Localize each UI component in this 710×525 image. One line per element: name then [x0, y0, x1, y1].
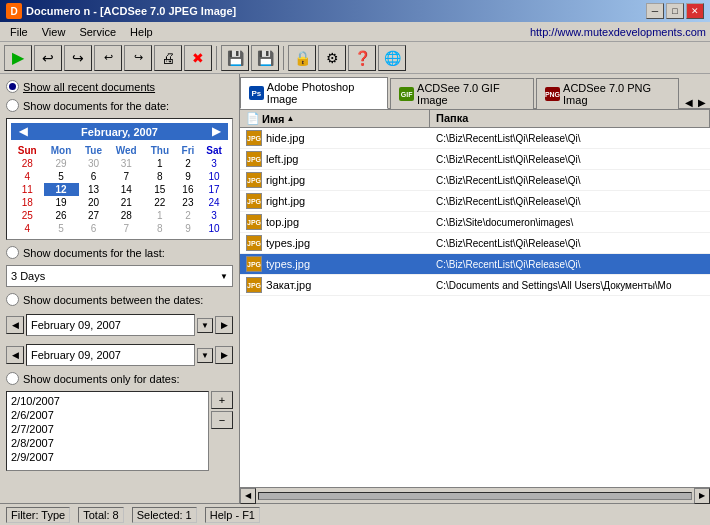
date-list-item[interactable]: 2/9/2007 — [9, 450, 206, 464]
menu-service[interactable]: Service — [73, 24, 122, 40]
menu-help[interactable]: Help — [124, 24, 159, 40]
last-days-dropdown[interactable]: 3 Days ▼ — [6, 265, 233, 287]
col-header-folder[interactable]: Папка — [430, 110, 710, 127]
calendar-day[interactable]: 1 — [144, 209, 176, 222]
calendar-day[interactable]: 6 — [79, 170, 109, 183]
table-row[interactable]: JPGtypes.jpgC:\Biz\RecentList\Qi\Release… — [240, 233, 710, 254]
table-row[interactable]: JPGhide.jpgC:\Biz\RecentList\Qi\Release\… — [240, 128, 710, 149]
save-as-button[interactable]: 💾 — [251, 45, 279, 71]
stop-button[interactable]: ✖ — [184, 45, 212, 71]
web-button[interactable]: 🌐 — [378, 45, 406, 71]
calendar-day[interactable]: 11 — [11, 183, 44, 196]
calendar-day[interactable]: 24 — [200, 196, 228, 209]
table-row[interactable]: JPGright.jpgC:\Biz\RecentList\Qi\Release… — [240, 191, 710, 212]
horizontal-scrollbar[interactable]: ◀ ▶ — [240, 487, 710, 503]
table-row[interactable]: JPGright.jpgC:\Biz\RecentList\Qi\Release… — [240, 170, 710, 191]
date-list-item[interactable]: 2/8/2007 — [9, 436, 206, 450]
radio-only-for-dates-indicator[interactable] — [6, 372, 19, 385]
h-scroll-left-button[interactable]: ◀ — [240, 488, 256, 504]
calendar-day[interactable]: 29 — [44, 157, 79, 170]
calendar-day[interactable]: 4 — [11, 222, 44, 235]
table-row[interactable]: JPGtop.jpgC:\Biz\Site\documerоn\images\ — [240, 212, 710, 233]
calendar-day[interactable]: 5 — [44, 222, 79, 235]
table-row[interactable]: JPGЗакат.jpgC:\Documents and Settings\Al… — [240, 275, 710, 296]
calendar-day[interactable]: 2 — [176, 209, 200, 222]
radio-all-recent[interactable]: Show all recent documents — [6, 80, 233, 93]
radio-only-for-dates[interactable]: Show documents only for dates: — [6, 372, 233, 385]
date-from-input[interactable]: February 09, 2007 — [26, 314, 195, 336]
play-button[interactable]: ▶ — [4, 45, 32, 71]
date-list-item[interactable]: 2/10/2007 — [9, 394, 206, 408]
calendar-day[interactable]: 23 — [176, 196, 200, 209]
date-to-prev-button[interactable]: ◀ — [6, 346, 24, 364]
date-list-item[interactable]: 2/6/2007 — [9, 408, 206, 422]
calendar-day[interactable]: 2 — [176, 157, 200, 170]
calendar-day[interactable]: 30 — [79, 157, 109, 170]
date-to-next-button[interactable]: ▶ — [215, 346, 233, 364]
print-button[interactable]: 🖨 — [154, 45, 182, 71]
calendar-day[interactable]: 16 — [176, 183, 200, 196]
date-list[interactable]: 2/10/20072/6/20072/7/20072/8/20072/9/200… — [6, 391, 209, 471]
date-from-next-button[interactable]: ▶ — [215, 316, 233, 334]
history-fwd-button[interactable]: ↪ — [124, 45, 152, 71]
tab-prev-button[interactable]: ◀ — [683, 97, 695, 108]
date-list-item[interactable]: 2/7/2007 — [9, 422, 206, 436]
help-button[interactable]: ❓ — [348, 45, 376, 71]
calendar-day[interactable]: 3 — [200, 157, 228, 170]
tab-png[interactable]: PNG ACDSee 7.0 PNG Imag — [536, 78, 679, 109]
date-from-calendar-button[interactable]: ▼ — [197, 318, 213, 333]
calendar-day[interactable]: 19 — [44, 196, 79, 209]
calendar-day[interactable]: 26 — [44, 209, 79, 222]
table-row[interactable]: JPGleft.jpgC:\Biz\RecentList\Qi\Release\… — [240, 149, 710, 170]
calendar-day[interactable]: 10 — [200, 170, 228, 183]
radio-all-recent-indicator[interactable] — [6, 80, 19, 93]
table-row[interactable]: JPGtypes.jpgC:\Biz\RecentList\Qi\Release… — [240, 254, 710, 275]
menu-file[interactable]: File — [4, 24, 34, 40]
calendar-day[interactable]: 7 — [108, 222, 143, 235]
close-button[interactable]: ✕ — [686, 3, 704, 19]
calendar-day[interactable]: 17 — [200, 183, 228, 196]
radio-between-dates[interactable]: Show documents between the dates: — [6, 293, 233, 306]
radio-for-last-indicator[interactable] — [6, 246, 19, 259]
calendar-day[interactable]: 27 — [79, 209, 109, 222]
radio-for-date[interactable]: Show documents for the date: — [6, 99, 233, 112]
h-scroll-track[interactable] — [258, 492, 692, 500]
col-header-name[interactable]: 📄 Имя ▲ — [240, 110, 430, 127]
calendar-day[interactable]: 28 — [11, 157, 44, 170]
calendar-day[interactable]: 9 — [176, 222, 200, 235]
tab-next-button[interactable]: ▶ — [696, 97, 708, 108]
tab-photoshop[interactable]: Ps Adobe Photoshop Image — [240, 77, 388, 109]
date-to-input[interactable]: February 09, 2007 — [26, 344, 195, 366]
date-remove-button[interactable]: − — [211, 411, 233, 429]
date-from-prev-button[interactable]: ◀ — [6, 316, 24, 334]
calendar-day[interactable]: 21 — [108, 196, 143, 209]
settings-button[interactable]: ⚙ — [318, 45, 346, 71]
calendar-day[interactable]: 18 — [11, 196, 44, 209]
calendar-day[interactable]: 14 — [108, 183, 143, 196]
tab-gif[interactable]: GIF ACDSee 7.0 GIF Image — [390, 78, 534, 109]
history-back-button[interactable]: ↩ — [94, 45, 122, 71]
calendar-day[interactable]: 13 — [79, 183, 109, 196]
calendar-day[interactable]: 22 — [144, 196, 176, 209]
back-button[interactable]: ↩ — [34, 45, 62, 71]
calendar-day[interactable]: 31 — [108, 157, 143, 170]
calendar-day[interactable]: 15 — [144, 183, 176, 196]
radio-for-last[interactable]: Show documents for the last: — [6, 246, 233, 259]
calendar-day[interactable]: 28 — [108, 209, 143, 222]
calendar-next-button[interactable]: ▶ — [208, 125, 224, 138]
date-add-button[interactable]: + — [211, 391, 233, 409]
calendar-day[interactable]: 25 — [11, 209, 44, 222]
minimize-button[interactable]: ─ — [646, 3, 664, 19]
date-to-calendar-button[interactable]: ▼ — [197, 348, 213, 363]
calendar-day[interactable]: 5 — [44, 170, 79, 183]
calendar-day[interactable]: 7 — [108, 170, 143, 183]
calendar-day[interactable]: 10 — [200, 222, 228, 235]
calendar-day[interactable]: 6 — [79, 222, 109, 235]
calendar-day[interactable]: 12 — [44, 183, 79, 196]
calendar-day[interactable]: 1 — [144, 157, 176, 170]
calendar-day[interactable]: 4 — [11, 170, 44, 183]
forward-button[interactable]: ↪ — [64, 45, 92, 71]
radio-between-dates-indicator[interactable] — [6, 293, 19, 306]
lock-button[interactable]: 🔒 — [288, 45, 316, 71]
menu-view[interactable]: View — [36, 24, 72, 40]
